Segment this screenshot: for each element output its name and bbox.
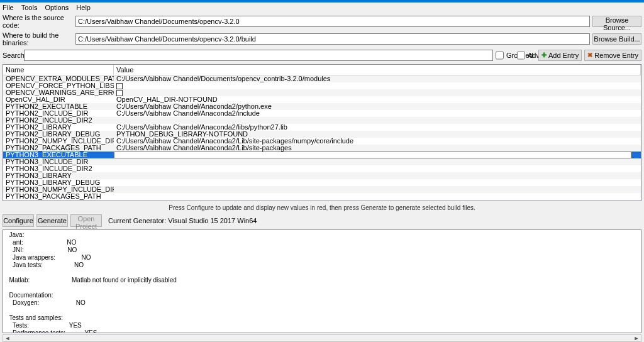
table-row[interactable]: PYTHON3_NUMPY_INCLUDE_DIRS — [3, 186, 641, 193]
source-label: Where is the source code: — [3, 14, 73, 29]
table-row[interactable]: PYTHON2_NUMPY_INCLUDE_DIRSC:/Users/Vaibh… — [3, 138, 641, 145]
table-row[interactable]: PYTHON3_LIBRARY_DEBUG — [3, 179, 641, 186]
generate-button[interactable]: Generate — [36, 214, 68, 227]
add-entry-button[interactable]: ✚Add Entry — [538, 50, 582, 61]
menu-tools[interactable]: Tools — [21, 4, 38, 11]
table-row[interactable]: PYTHON2_LIBRARY_DEBUGPYTHON_DEBUG_LIBRAR… — [3, 131, 641, 138]
menubar: File Tools Options Help — [0, 3, 644, 13]
table-row[interactable]: PYTHON3_PACKAGES_PATH — [3, 193, 641, 200]
table-row[interactable]: PYTHON2_INCLUDE_DIR2 — [3, 117, 641, 124]
menu-options[interactable]: Options — [45, 4, 69, 11]
search-input[interactable] — [24, 50, 493, 61]
cache-table: Name Value OPENCV_EXTRA_MODULES_PATHC:/U… — [3, 64, 641, 201]
table-row[interactable]: PYTHON2_LIBRARYC:/Users/Vaibhaw Chandel/… — [3, 124, 641, 131]
open-project-button[interactable]: Open Project — [70, 214, 102, 227]
table-row[interactable]: PYTHON3_LIBRARY — [3, 172, 641, 179]
table-header: Name Value — [3, 65, 641, 75]
remove-entry-button[interactable]: ✖Remove Entry — [584, 50, 641, 61]
table-row[interactable]: PYTHON2_PACKAGES_PATHC:/Users/Vaibhaw Ch… — [3, 145, 641, 152]
table-row[interactable]: OPENCV_WARNINGS_ARE_ERRORS — [3, 89, 641, 96]
table-row[interactable]: PYTHON2_INCLUDE_DIRC:/Users/Vaibhaw Chan… — [3, 110, 641, 117]
configure-button[interactable]: Configure — [3, 214, 34, 227]
table-row[interactable]: PYTHON3_EXECUTABLE — [3, 152, 641, 158]
hint-text: Press Configure to update and display ne… — [0, 202, 644, 213]
table-row[interactable]: PYTHON3_INCLUDE_DIR2 — [3, 165, 641, 172]
browse-source-button[interactable]: Browse Source... — [592, 16, 641, 27]
table-row[interactable]: VTK_DIRVTK_DIR-NOTFOUND — [3, 200, 641, 201]
source-row: Where is the source code: Browse Source.… — [0, 13, 644, 30]
output-log[interactable]: Java: ant: NO JNI: NO Java wrappers: NO … — [3, 229, 641, 333]
menu-file[interactable]: File — [3, 4, 14, 11]
source-input[interactable] — [75, 16, 590, 27]
plus-icon: ✚ — [541, 52, 547, 58]
scroll-right-icon[interactable]: ► — [632, 335, 641, 341]
build-input[interactable] — [75, 33, 590, 45]
generator-label: Current Generator: Visual Studio 15 2017… — [108, 217, 257, 224]
table-row[interactable]: PYTHON3_INCLUDE_DIR — [3, 158, 641, 165]
table-row[interactable]: OpenCV_HAL_DIROpenCV_HAL_DIR-NOTFOUND — [3, 96, 641, 103]
remove-icon: ✖ — [587, 52, 592, 58]
scroll-left-icon[interactable]: ◄ — [3, 335, 12, 341]
build-label: Where to build the binaries: — [3, 31, 73, 47]
table-row[interactable]: OPENCV_EXTRA_MODULES_PATHC:/Users/Vaibha… — [3, 75, 641, 82]
advanced-checkbox[interactable]: Advanced — [517, 50, 536, 61]
build-row: Where to build the binaries: Browse Buil… — [0, 30, 644, 48]
search-label: Search: — [3, 52, 21, 59]
search-row: Search: Grouped Advanced ✚Add Entry ✖Rem… — [0, 48, 644, 63]
horizontal-scrollbar[interactable]: ◄ ► — [3, 334, 641, 343]
browse-build-button[interactable]: Browse Build... — [592, 33, 641, 45]
table-row[interactable]: PYTHON2_EXECUTABLEC:/Users/Vaibhaw Chand… — [3, 103, 641, 110]
table-body[interactable]: OPENCV_EXTRA_MODULES_PATHC:/Users/Vaibha… — [3, 75, 641, 201]
table-row[interactable]: OPENCV_FORCE_PYTHON_LIBS — [3, 82, 641, 89]
action-row: Configure Generate Open Project Current … — [0, 213, 644, 228]
menu-help[interactable]: Help — [76, 4, 91, 11]
header-value[interactable]: Value — [114, 65, 641, 75]
grouped-checkbox[interactable]: Grouped — [496, 50, 514, 61]
header-name[interactable]: Name — [3, 65, 114, 75]
